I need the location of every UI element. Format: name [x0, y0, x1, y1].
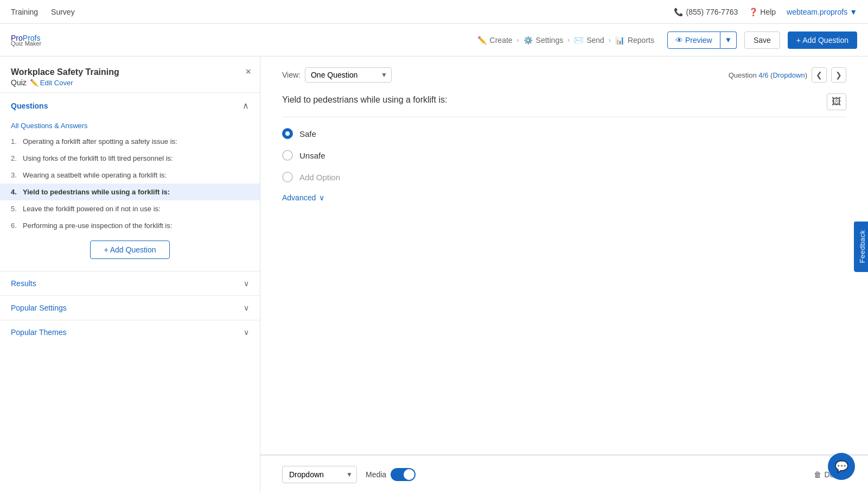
quiz-title: Workplace Safety Training [11, 67, 249, 77]
reports-icon: 📊 [615, 36, 624, 45]
help-icon: ❓ [749, 8, 758, 16]
main-layout: Workplace Safety Training Quiz ✏️ Edit C… [0, 56, 868, 493]
results-title: Results [11, 279, 36, 288]
question-toolbar: View: One QuestionAll Questions ▼ Questi… [282, 67, 846, 83]
questions-list: All Questions & Answers 1. Operating a f… [0, 118, 260, 271]
add-question-sidebar-button[interactable]: + Add Question [90, 241, 169, 259]
edit-cover-link[interactable]: ✏️ Edit Cover [30, 79, 73, 87]
popular-settings-title: Popular Settings [11, 304, 67, 312]
header-bar: ProProfs Quiz Maker ✏️ Create › ⚙️ Setti… [0, 24, 868, 56]
prev-question-button[interactable]: ❮ [812, 67, 827, 83]
radio-unsafe[interactable] [282, 150, 293, 161]
step-settings[interactable]: ⚙️ Settings [524, 36, 564, 45]
phone-icon: 📞 [674, 8, 683, 16]
question-item-1[interactable]: 1. Operating a forklift after spotting a… [0, 133, 260, 150]
all-qa-link[interactable]: All Questions & Answers [0, 118, 260, 133]
feedback-tab[interactable]: Feedback [854, 221, 868, 271]
view-select-wrapper: One QuestionAll Questions ▼ [305, 67, 392, 83]
advanced-label: Advanced [282, 193, 316, 202]
question-type-wrapper: DropdownMultiple ChoiceTrue/False ▼ [282, 466, 357, 483]
step-create[interactable]: ✏️ Create [477, 36, 513, 45]
media-toggle-group: Media [366, 468, 416, 481]
option-safe-label: Safe [299, 129, 316, 138]
popular-themes-title: Popular Themes [11, 328, 66, 337]
chat-icon: 💬 [835, 460, 848, 473]
settings-icon: ⚙️ [524, 36, 533, 45]
save-button[interactable]: Save [744, 31, 780, 49]
questions-chevron-icon: ∧ [242, 100, 249, 111]
question-item-4[interactable]: 4. Yield to pedestrians while using a fo… [0, 184, 260, 200]
questions-section: Questions ∧ All Questions & Answers 1. O… [0, 92, 260, 271]
preview-dropdown-button[interactable]: ▼ [720, 31, 737, 49]
header-nav: ✏️ Create › ⚙️ Settings › ✉️ Send › 📊 Re… [477, 31, 857, 49]
question-type-dropdown[interactable]: DropdownMultiple ChoiceTrue/False [282, 466, 357, 483]
popular-themes-section[interactable]: Popular Themes ∨ [0, 320, 260, 344]
phone-number: 📞 (855) 776-7763 [674, 8, 738, 16]
step-send[interactable]: ✉️ Send [574, 36, 604, 45]
add-question-header-button[interactable]: + Add Question [788, 31, 857, 49]
questions-section-header[interactable]: Questions ∧ [0, 93, 260, 118]
sidebar: Workplace Safety Training Quiz ✏️ Edit C… [0, 56, 260, 493]
step-reports[interactable]: 📊 Reports [615, 36, 654, 45]
bottom-bar: DropdownMultiple ChoiceTrue/False ▼ Medi… [260, 455, 868, 493]
preview-button[interactable]: 👁 Preview [667, 31, 720, 49]
nav-training[interactable]: Training [11, 8, 38, 16]
question-nav: Question 4/6 (Dropdown) ❮ ❯ [729, 67, 846, 83]
advanced-toggle[interactable]: Advanced ∨ [282, 193, 846, 202]
results-section[interactable]: Results ∨ [0, 271, 260, 295]
main-content: View: One QuestionAll Questions ▼ Questi… [260, 56, 868, 493]
quiz-subtitle: Quiz ✏️ Edit Cover [11, 78, 249, 87]
option-add: Add Option [282, 172, 846, 182]
popular-settings-section[interactable]: Popular Settings ∨ [0, 295, 260, 320]
question-item-5[interactable]: 5. Leave the forklift powered on if not … [0, 200, 260, 217]
close-sidebar-button[interactable]: × [245, 66, 251, 78]
option-unsafe: Unsafe [282, 150, 846, 161]
help-link[interactable]: ❓ Help [749, 8, 776, 16]
preview-chevron-icon: ▼ [725, 36, 732, 44]
nav-arrow-3: › [609, 36, 611, 44]
nav-arrow-2: › [567, 36, 570, 44]
options-list: Safe Unsafe Add Option [282, 128, 846, 182]
sidebar-header: Workplace Safety Training Quiz ✏️ Edit C… [0, 56, 260, 92]
user-chevron-icon: ▼ [850, 8, 857, 16]
popular-themes-chevron-icon: ∨ [244, 328, 249, 337]
question-text: Yield to pedestrians while using a forkl… [282, 93, 827, 106]
questions-section-title: Questions [11, 102, 48, 110]
send-icon: ✉️ [574, 36, 583, 45]
eye-icon: 👁 [675, 36, 683, 45]
trash-icon: 🗑 [814, 470, 821, 479]
question-item-6[interactable]: 6. Performing a pre-use inspection of th… [0, 217, 260, 234]
nav-arrow-1: › [517, 36, 519, 44]
view-selector: View: One QuestionAll Questions ▼ [282, 67, 392, 83]
user-menu[interactable]: webteam.proprofs ▼ [787, 8, 857, 16]
option-safe: Safe [282, 128, 846, 139]
radio-safe[interactable] [282, 128, 293, 139]
edit-icon: ✏️ [30, 79, 39, 87]
view-dropdown[interactable]: One QuestionAll Questions [305, 67, 392, 83]
add-option-label[interactable]: Add Option [299, 173, 340, 182]
view-label: View: [282, 71, 301, 79]
option-unsafe-label: Unsafe [299, 151, 326, 160]
add-image-button[interactable]: 🖼 [827, 93, 846, 110]
advanced-chevron-icon: ∨ [319, 193, 324, 202]
image-icon: 🖼 [832, 96, 841, 107]
create-icon: ✏️ [477, 36, 487, 45]
question-area: View: One QuestionAll Questions ▼ Questi… [260, 56, 868, 455]
top-navbar: Training Survey 📞 (855) 776-7763 ❓ Help … [0, 0, 868, 24]
results-chevron-icon: ∨ [244, 279, 249, 288]
next-question-button[interactable]: ❯ [831, 67, 846, 83]
question-item-3[interactable]: 3. Wearing a seatbelt while operating a … [0, 167, 260, 184]
preview-group: 👁 Preview ▼ [667, 31, 737, 49]
question-nav-info: Question 4/6 (Dropdown) [729, 71, 807, 79]
question-item-2[interactable]: 2. Using forks of the forklift to lift t… [0, 150, 260, 167]
popular-settings-chevron-icon: ∨ [244, 304, 249, 312]
media-toggle[interactable] [391, 468, 416, 481]
radio-add[interactable] [282, 172, 293, 182]
question-text-row: Yield to pedestrians while using a forkl… [282, 93, 846, 117]
logo: ProProfs Quiz Maker [11, 34, 41, 47]
nav-survey[interactable]: Survey [51, 8, 75, 16]
logo-subtitle: Quiz Maker [11, 40, 41, 47]
media-label: Media [366, 470, 386, 479]
toggle-knob [404, 469, 414, 480]
chat-bubble[interactable]: 💬 [828, 453, 855, 480]
